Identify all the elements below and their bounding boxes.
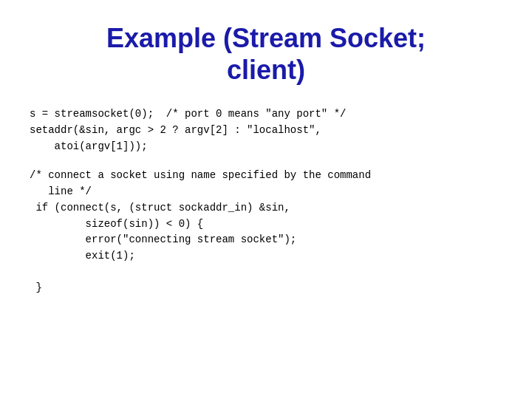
code-block-1: s = streamsocket(0); /* port 0 means "an… [30,106,502,154]
title-line2: client) [227,55,305,85]
code-block-2: /* connect a socket using name specified… [30,168,502,296]
slide: Example (Stream Socket; client) s = stre… [0,0,532,399]
slide-content: s = streamsocket(0); /* port 0 means "an… [30,106,502,296]
slide-title: Example (Stream Socket; client) [106,22,426,86]
title-line1: Example (Stream Socket; [106,23,426,53]
